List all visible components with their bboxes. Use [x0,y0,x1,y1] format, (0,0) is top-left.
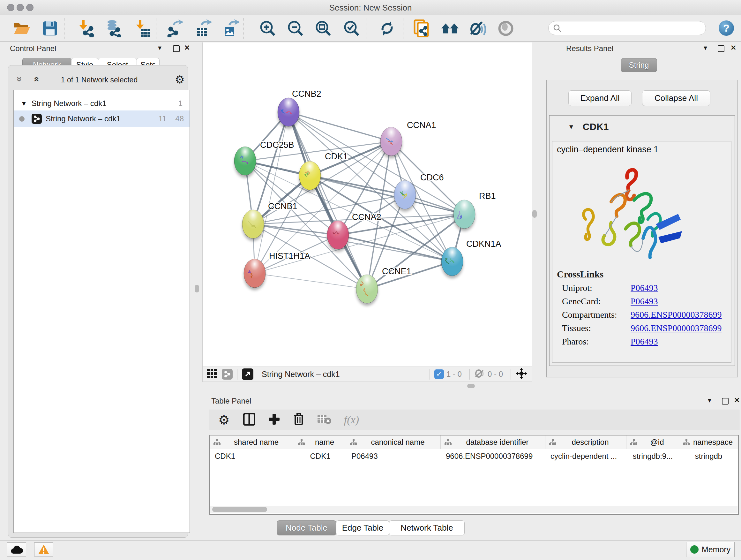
column-header-namespace[interactable]: namespace [679,435,738,449]
network-node-CCNE1[interactable] [356,274,378,306]
table-cell[interactable]: cyclin-dependent ... [545,449,626,463]
delete-table-icon[interactable] [317,414,331,426]
crosslink-value-link[interactable]: 9606.ENSP00000378699 [630,323,722,333]
zoom-out-icon[interactable] [286,19,305,38]
network-edge-CCNB2-CCNA1[interactable] [288,112,391,141]
right-splitter-handle[interactable] [532,210,537,218]
collapse-all-icon[interactable]: » [14,77,25,82]
table-hscrollbar-thumb[interactable] [212,507,267,512]
network-edge-CCNA2-CDKN1A[interactable] [338,235,452,261]
panel-float-icon[interactable] [173,45,180,52]
show-graphics-details-icon[interactable] [496,19,515,38]
selected-checkbox-icon[interactable]: ✓ [434,369,444,379]
table-options-gear-icon[interactable]: ⚙ [218,413,230,427]
column-header-database-identifier[interactable]: database identifier [441,435,545,449]
panel-close-icon[interactable]: ✕ [184,44,190,51]
apply-layout-icon[interactable] [378,19,396,38]
network-edge-HIST1H1A-CCNE1[interactable] [255,273,367,289]
import-network-from-database-icon[interactable] [104,19,123,38]
network-canvas[interactable]: CCNB2CCNA1CDC25BCDK1CDC6RB1CCNB1CCNA2CDK… [202,43,532,367]
import-table-from-file-icon[interactable] [133,19,152,38]
tab-string[interactable]: String [621,58,657,72]
crosslink-value-link[interactable]: P06493 [630,296,658,307]
network-node-CCNA2[interactable] [327,220,349,252]
column-header-name[interactable]: name [294,435,346,449]
bottom-splitter-handle[interactable] [467,384,475,388]
string-home-icon[interactable] [441,19,459,38]
import-network-from-file-icon[interactable] [77,19,95,38]
table-cell[interactable]: P06493 [346,449,441,463]
table-hscrollbar[interactable] [210,506,738,513]
network-node-CDK1[interactable] [299,161,321,192]
network-row[interactable]: String Network – cdk1 11 48 [14,111,190,127]
tab-edge-table[interactable]: Edge Table [336,520,389,536]
export-image-icon[interactable] [222,19,240,38]
search-input[interactable] [561,23,697,33]
network-node-CCNB2[interactable] [278,97,299,129]
show-columns-icon[interactable] [243,413,255,427]
column-header-shared-name[interactable]: shared name [210,435,294,449]
panel-close-icon[interactable]: ✕ [734,397,740,404]
tree-expander-icon[interactable]: ▼ [21,100,27,107]
birdseye-view-icon[interactable] [242,368,253,380]
import-network-from-document-icon[interactable] [412,19,431,38]
cloud-status-button[interactable] [7,543,26,557]
panel-menu-icon[interactable]: ▾ [704,44,707,51]
network-graph[interactable]: CCNB2CCNA1CDC25BCDK1CDC6RB1CCNB1CCNA2CDK… [203,43,532,367]
network-node-CCNA1[interactable] [381,126,402,159]
table-cell[interactable]: 9606.ENSP00000378699 [441,449,545,463]
toolbar-search[interactable] [548,21,706,35]
warning-status-button[interactable] [34,543,53,557]
expand-all-icon[interactable]: » [30,77,41,82]
export-network-icon[interactable] [166,19,185,38]
delete-column-trash-icon[interactable] [293,413,305,427]
panel-float-icon[interactable] [722,398,729,405]
enhance-graphics-icon[interactable] [469,19,487,38]
table-row[interactable]: CDK1CDK1P064939606.ENSP00000378699cyclin… [210,449,738,463]
crosslink-value-link[interactable]: P06493 [630,283,658,293]
hidden-eye-icon[interactable] [474,369,485,379]
network-badge-icon[interactable] [222,369,232,380]
tab-network-table[interactable]: Network Table [389,520,465,536]
column-header-description[interactable]: description [545,435,626,449]
pan-crosshair-icon[interactable] [515,368,528,381]
panel-close-icon[interactable]: ✕ [731,44,736,51]
open-session-icon[interactable] [13,19,31,38]
table-cell[interactable]: stringdb [679,449,738,463]
network-collection-row[interactable]: ▼ String Network – cdk1 1 [14,97,190,111]
network-edge-CCNB1-CCNA2[interactable] [253,224,338,235]
collapse-all-button[interactable]: Collapse All [642,90,711,106]
panel-menu-icon[interactable]: ▾ [158,44,161,51]
panel-menu-icon[interactable]: ▾ [708,397,711,404]
network-node-CCNB1[interactable] [242,209,264,241]
network-node-HIST1H1A[interactable] [244,258,266,290]
memory-button[interactable]: Memory [686,542,735,557]
crosslink-value-link[interactable]: 9606.ENSP00000378699 [630,310,722,320]
network-node-CDC25B[interactable] [234,146,256,178]
panel-float-icon[interactable] [718,45,724,52]
crosslink-value-link[interactable]: P06493 [630,336,658,347]
left-splitter-handle[interactable] [195,285,199,293]
add-column-icon[interactable] [268,413,280,427]
zoom-in-icon[interactable] [259,19,277,38]
help-icon[interactable]: ? [719,20,734,36]
network-node-RB1[interactable] [454,199,475,231]
function-builder-icon[interactable]: f(x) [344,414,359,426]
column-header-canonical-name[interactable]: canonical name [346,435,441,449]
network-node-CDC6[interactable] [394,180,416,212]
protein-section-header[interactable]: ▼ CDK1 [549,116,735,138]
tab-node-table[interactable]: Node Table [277,520,336,536]
save-session-icon[interactable] [41,19,59,38]
network-options-gear-icon[interactable]: ⚙ [175,73,185,86]
table-cell[interactable]: CDK1 [210,449,294,463]
show-grid-icon[interactable] [207,369,217,380]
expand-all-button[interactable]: Expand All [568,90,631,106]
network-edge-CCNB2-CCNE1[interactable] [288,112,367,289]
section-expander-icon[interactable]: ▼ [568,123,575,131]
table-cell[interactable]: stringdb:9... [626,449,679,463]
zoom-selected-icon[interactable] [342,19,361,38]
export-table-icon[interactable] [194,19,212,38]
table-cell[interactable]: CDK1 [294,449,346,463]
column-header--id[interactable]: @id [626,435,679,449]
network-edge-CCNB2-HIST1H1A[interactable] [255,112,288,273]
